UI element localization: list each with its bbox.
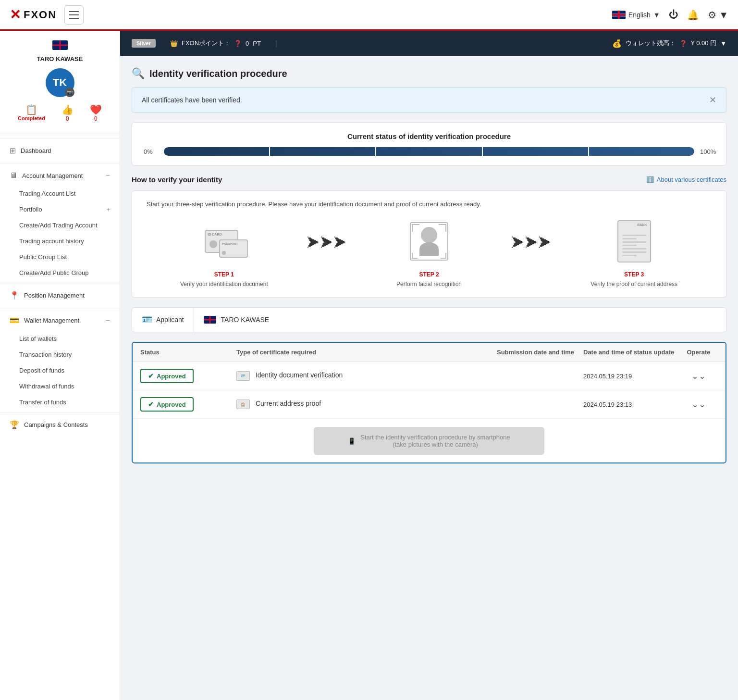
stat-likes: 👍 0 (62, 104, 74, 122)
verify-section: How to verify your identity ℹ️ About var… (132, 175, 726, 298)
top-nav-left: ✕ FXON (10, 5, 84, 25)
passport-shape (219, 239, 248, 258)
wallet-balance-display: 💰 ウォレット残高： ❓ ¥ 0.00 円 ▼ (612, 39, 726, 48)
expand-row-2-button[interactable]: ⌄⌄ (691, 400, 706, 409)
notification-icon[interactable]: 🔔 (687, 9, 699, 21)
cert-update-1: 2024.05.19 23:19 (583, 372, 679, 380)
stat-hearts: ❤️ 0 (90, 104, 102, 122)
sidebar-item-transaction-history[interactable]: Transaction history (10, 347, 120, 362)
cert-update-2: 2024.05.19 23:13 (583, 400, 679, 408)
sidebar-item-dashboard[interactable]: ⊞ Dashboard (0, 140, 120, 161)
page-title: 🔍 Identity verification procedure (132, 67, 726, 80)
sidebar-item-portfolio[interactable]: Portfolio + (10, 201, 120, 217)
progress-seg-4 (483, 147, 589, 156)
sidebar-item-position-management[interactable]: 📍 Position Management (0, 285, 120, 306)
sidebar-item-withdrawal-of-funds[interactable]: Withdrawal of funds (10, 378, 120, 394)
bank-doc-line-7 (622, 255, 637, 256)
bank-doc-line-1 (622, 235, 646, 236)
stat-completed: 📋 Completed (18, 104, 45, 122)
sidebar-item-create-trading-account[interactable]: Create/Add Trading Account (10, 217, 120, 233)
status-card: Current status of identity verification … (132, 122, 726, 166)
sub-header: Silver 👑 FXONポイント： ❓ 0 PT | 💰 ウォレット残高： ❓… (120, 31, 738, 56)
progress-start: 0% (144, 148, 158, 155)
cert-table-header: Status Type of certificate required Subm… (133, 343, 726, 362)
step-arrow-2: ⮞⮞⮞ (511, 235, 552, 270)
cert-update-date-2: 2024.05.19 23:13 (583, 401, 632, 408)
wallet-management-label: Wallet Management (24, 317, 79, 324)
header-submission: Submission date and time (497, 349, 583, 356)
about-certs-link[interactable]: ℹ️ About various certificates (646, 176, 726, 183)
alert-close-button[interactable]: ✕ (709, 95, 716, 105)
top-nav-right: English ▼ ⏻ 🔔 ⚙ ▼ (612, 9, 728, 21)
progress-seg-5 (589, 147, 694, 156)
sidebar-item-trading-account-list[interactable]: Trading Account List (10, 186, 120, 201)
header-operate: Operate (679, 349, 718, 356)
smartphone-btn-text: Start the identity verification procedur… (360, 434, 510, 448)
dashboard-label: Dashboard (21, 147, 51, 154)
approved-badge-1: ✔ Approved (140, 369, 194, 383)
expand-row-1-button[interactable]: ⌄⌄ (691, 371, 706, 381)
sidebar-item-transfer-of-funds[interactable]: Transfer of funds (10, 394, 120, 410)
sidebar-item-account-management[interactable]: 🖥 Account Management − (0, 165, 120, 186)
hamburger-line-3 (69, 18, 79, 19)
flag-uk-icon (612, 11, 626, 19)
logo-x-icon: ✕ (10, 7, 21, 23)
id-card-illustration (205, 230, 243, 253)
certificate-table-container: Status Type of certificate required Subm… (132, 342, 726, 463)
language-label: English (628, 11, 651, 19)
face-head (421, 227, 437, 243)
account-management-icon: 🖥 (10, 171, 17, 180)
sidebar-item-trading-account-history[interactable]: Trading account history (10, 233, 120, 249)
bank-doc-line-5 (622, 248, 646, 250)
sidebar-profile: TARO KAWASE TK 📷 📋 Completed 👍 0 ❤️ 0 (0, 31, 120, 132)
applicant-label: Applicant (156, 316, 184, 324)
sidebar-item-wallet-management[interactable]: 💳 Wallet Management − (0, 310, 120, 331)
step-3-desc: Verify the proof of current address (556, 281, 712, 288)
bank-doc-line-3 (622, 241, 646, 243)
sidebar-item-list-of-wallets[interactable]: List of wallets (10, 331, 120, 347)
page-content-area: 🔍 Identity verification procedure All ce… (120, 56, 738, 700)
profile-stats: 📋 Completed 👍 0 ❤️ 0 (10, 104, 110, 122)
approved-text-1: Approved (157, 373, 186, 380)
page-title-text: Identity verification procedure (149, 68, 287, 79)
steps-instruction: Start your three-step verification proce… (147, 200, 712, 208)
bank-doc-line-2 (622, 238, 637, 239)
settings-icon[interactable]: ⚙ ▼ (708, 9, 728, 21)
portfolio-expand-icon: + (106, 206, 110, 213)
step-2: STEP 2 Perform facial recognition (352, 217, 507, 288)
alert-text: All certificates have been verified. (142, 96, 242, 104)
points-help-icon[interactable]: ❓ (234, 40, 242, 47)
applicant-flag-icon (204, 316, 216, 324)
progress-row: 0% 100% (144, 147, 714, 156)
step-2-label: STEP 2 (352, 271, 507, 278)
verify-header: How to verify your identity ℹ️ About var… (132, 175, 726, 184)
sidebar-item-deposit-of-funds[interactable]: Deposit of funds (10, 362, 120, 378)
camera-icon[interactable]: 📷 (65, 88, 74, 97)
wallet-icon: 💰 (612, 39, 622, 48)
sidebar-item-create-public-group[interactable]: Create/Add Public Group (10, 265, 120, 281)
wallet-chevron-icon: ▼ (720, 40, 726, 47)
progress-seg-2 (270, 147, 376, 156)
likes-icon: 👍 (62, 104, 74, 115)
bank-doc-header-space (622, 225, 646, 233)
main-content: Silver 👑 FXONポイント： ❓ 0 PT | 💰 ウォレット残高： ❓… (120, 31, 738, 700)
dashboard-icon: ⊞ (10, 146, 16, 155)
cert-type-2: 🏠 Current address proof (236, 400, 497, 410)
power-icon[interactable]: ⏻ (669, 9, 678, 20)
sidebar-item-public-group-list[interactable]: Public Group List (10, 249, 120, 265)
step-2-desc: Perform facial recognition (352, 281, 507, 288)
applicant-value: TARO KAWASE (194, 308, 726, 332)
verify-title: How to verify your identity (132, 175, 222, 184)
header-status: Status (140, 349, 236, 356)
wallet-help-icon[interactable]: ❓ (679, 40, 687, 47)
logo-text: FXON (24, 9, 57, 21)
sidebar-item-campaigns-contests[interactable]: 🏆 Campaigns & Contests (0, 414, 120, 435)
points-value: 0 (246, 40, 249, 47)
applicant-tab: 🪪 Applicant (132, 308, 194, 332)
hamburger-button[interactable] (64, 5, 84, 25)
separator: | (275, 39, 277, 47)
language-selector[interactable]: English ▼ (612, 11, 660, 19)
cert-operate-1: ⌄⌄ (679, 371, 718, 381)
campaigns-icon: 🏆 (10, 420, 19, 429)
cert-row-1: ✔ Approved 🪪 Identity document verificat… (133, 362, 726, 390)
